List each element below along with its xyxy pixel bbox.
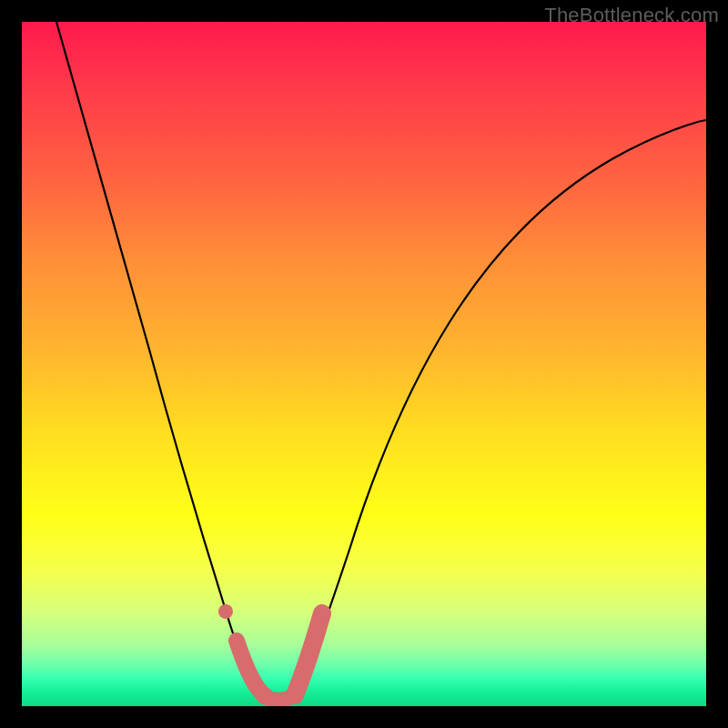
highlight-beads [218, 604, 322, 700]
bottleneck-curve-svg [22, 22, 706, 706]
bead-left-segment [237, 641, 266, 696]
watermark-text: TheBottleneck.com [544, 4, 719, 27]
bead-right-segment [295, 613, 322, 695]
bottleneck-curve-path [56, 22, 706, 699]
bead-dot [218, 604, 233, 619]
chart-plot-area [22, 22, 706, 706]
